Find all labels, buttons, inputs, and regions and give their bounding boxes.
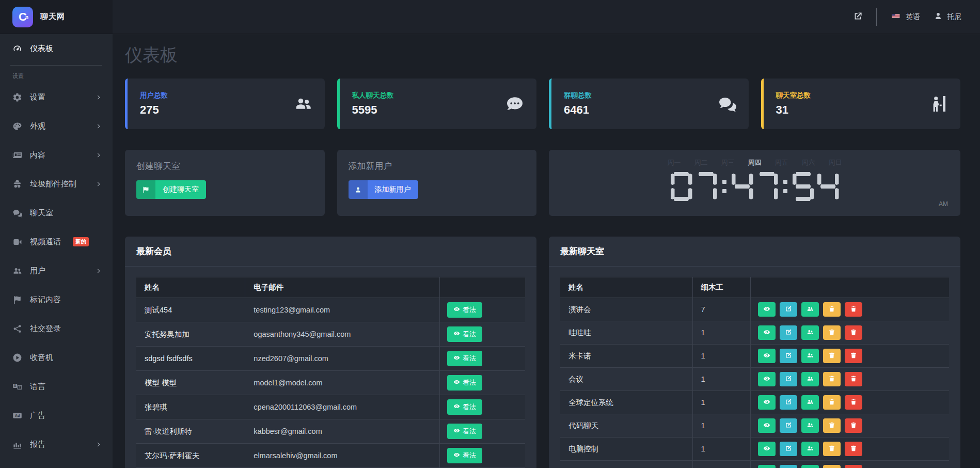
sidebar-item-8[interactable]: 社交登录	[0, 314, 113, 343]
edit-room-button[interactable]	[780, 442, 797, 456]
delete-room-button[interactable]	[845, 418, 862, 433]
delete-room-button[interactable]	[845, 372, 862, 386]
sidebar-item-12[interactable]: 报告	[0, 430, 113, 459]
create-chatroom-button[interactable]: 创建聊天室	[136, 180, 206, 199]
room-name: 代码聊天	[560, 414, 692, 438]
delete-room-button[interactable]	[845, 395, 862, 410]
archive-room-button[interactable]	[823, 325, 841, 340]
user-menu[interactable]: 托尼	[934, 11, 961, 22]
stat-label: 私人聊天总数	[352, 91, 394, 100]
archive-room-button[interactable]	[823, 302, 841, 317]
edit-icon	[785, 398, 792, 407]
tables-row: 最新会员 姓名电子邮件 测试454 testing123@gmail.com 看…	[125, 237, 960, 468]
sidebar-item-5[interactable]: 视频通话新的	[0, 227, 113, 256]
edit-room-button[interactable]	[780, 349, 797, 363]
create-chatroom-button-label: 创建聊天室	[155, 180, 206, 199]
add-new-user-button[interactable]: 添加新用户	[349, 180, 418, 199]
room-name: 全球定位系统	[560, 391, 692, 414]
app-logo-icon: C n	[12, 7, 33, 27]
member-name: 安托努奥加加	[136, 322, 245, 347]
edit-room-button[interactable]	[780, 302, 797, 317]
delete-room-button[interactable]	[845, 349, 862, 363]
trash-icon	[828, 422, 835, 430]
topbar-right: 英语 托尼	[113, 0, 980, 34]
sidebar-item-3[interactable]: 垃圾邮件控制	[0, 169, 113, 198]
trash-icon	[850, 352, 857, 361]
sidebar-section-label: 设置	[0, 66, 113, 83]
room-members-button[interactable]	[801, 395, 819, 410]
delete-room-button[interactable]	[845, 302, 862, 317]
view-member-button[interactable]: 看法	[447, 424, 482, 439]
room-joiners-count: 1	[692, 345, 751, 368]
sidebar-item-2[interactable]: 内容	[0, 141, 113, 169]
stat-label: 聊天室总数	[776, 91, 811, 100]
video-icon	[12, 237, 22, 247]
delete-room-button[interactable]	[845, 325, 862, 340]
sidebar-item-7[interactable]: 标记内容	[0, 285, 113, 314]
room-members-button[interactable]	[801, 302, 819, 317]
clock-digit	[696, 172, 717, 201]
table-header-row: 姓名电子邮件	[136, 277, 525, 298]
sidebar-item-1[interactable]: 外观	[0, 112, 113, 141]
stat-card-0: 用户总数 275	[125, 79, 325, 129]
sidebar-item-dashboard[interactable]: 仪表板	[0, 34, 113, 63]
edit-room-button[interactable]	[780, 395, 797, 410]
archive-room-button[interactable]	[823, 465, 841, 468]
archive-room-button[interactable]	[823, 442, 841, 456]
weekday-label: 周日	[829, 158, 842, 167]
eye-icon	[763, 329, 770, 337]
view-room-button[interactable]	[758, 395, 776, 410]
room-members-button[interactable]	[801, 418, 819, 433]
chart-bar-icon	[12, 440, 22, 449]
sidebar-item-11[interactable]: Ad 广告	[0, 401, 113, 430]
archive-room-button[interactable]	[823, 349, 841, 363]
view-member-button-label: 看法	[463, 305, 476, 315]
edit-room-button[interactable]	[780, 325, 797, 340]
external-link-button[interactable]	[853, 11, 863, 23]
room-members-button[interactable]	[801, 465, 819, 468]
archive-room-button[interactable]	[823, 395, 841, 410]
view-room-button[interactable]	[758, 442, 776, 456]
edit-room-button[interactable]	[780, 372, 797, 386]
room-joiners-count: 3	[692, 461, 751, 468]
room-members-button[interactable]	[801, 325, 819, 340]
sidebar-item-10[interactable]: A文 语言	[0, 372, 113, 401]
latest-chatrooms-title: 最新聊天室	[549, 237, 960, 267]
eye-icon	[763, 305, 770, 314]
view-member-button[interactable]: 看法	[447, 375, 482, 391]
eye-icon	[453, 379, 460, 387]
view-member-button[interactable]: 看法	[447, 326, 482, 342]
newspaper-icon	[12, 150, 22, 160]
sidebar-item-label: 外观	[30, 121, 45, 131]
comments-icon	[12, 208, 22, 218]
edit-room-button[interactable]	[780, 465, 797, 468]
room-joiners-count: 7	[692, 298, 751, 321]
brand[interactable]: C n 聊天网	[0, 0, 113, 34]
edit-room-button[interactable]	[780, 418, 797, 433]
view-room-button[interactable]	[758, 418, 776, 433]
view-member-button[interactable]: 看法	[447, 399, 482, 415]
view-member-button[interactable]: 看法	[447, 351, 482, 366]
delete-room-button[interactable]	[845, 442, 862, 456]
view-room-button[interactable]	[758, 349, 776, 363]
room-name: 米卡诺	[560, 345, 692, 368]
archive-room-button[interactable]	[823, 372, 841, 386]
view-room-button[interactable]	[758, 302, 776, 317]
view-member-button[interactable]: 看法	[447, 302, 482, 318]
room-members-button[interactable]	[801, 372, 819, 386]
sidebar-item-6[interactable]: 用户	[0, 256, 113, 285]
room-members-button[interactable]	[801, 442, 819, 456]
view-room-button[interactable]	[758, 372, 776, 386]
weekday-label: 周三	[721, 158, 735, 167]
sidebar-item-9[interactable]: 收音机	[0, 343, 113, 372]
view-room-button[interactable]	[758, 325, 776, 340]
sidebar-item-0[interactable]: 设置	[0, 83, 113, 112]
language-menu[interactable]: 英语	[890, 12, 920, 22]
sidebar-item-4[interactable]: 聊天室	[0, 198, 113, 227]
room-members-button[interactable]	[801, 349, 819, 363]
view-member-button[interactable]: 看法	[447, 448, 482, 463]
delete-room-button[interactable]	[845, 465, 862, 468]
view-member-button-label: 看法	[463, 330, 476, 339]
archive-room-button[interactable]	[823, 418, 841, 433]
view-room-button[interactable]	[758, 465, 776, 468]
